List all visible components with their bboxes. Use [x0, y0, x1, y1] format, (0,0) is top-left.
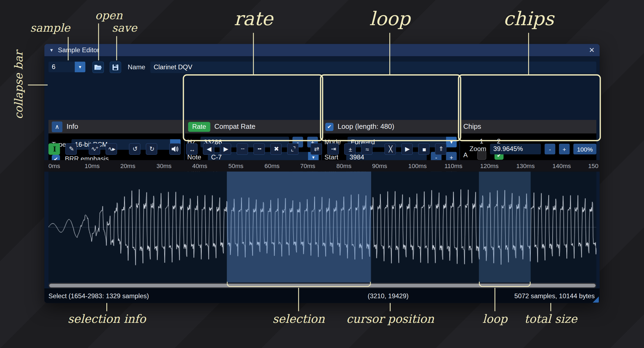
total-size-text: 5072 samples, 10144 bytes — [514, 292, 595, 300]
collapse-bar-button[interactable]: ∧ — [52, 121, 62, 132]
sample-editor-window: ▼ Sample Editor ✕ 6 ▼ Name — [44, 44, 600, 303]
name-input[interactable] — [150, 62, 596, 73]
delete-button[interactable]: ✖ — [270, 143, 282, 155]
loop-panel-title: Loop (length: 480) — [338, 123, 394, 131]
filter-button[interactable]: ≈ — [361, 143, 372, 155]
stop-button[interactable]: ■ — [418, 143, 430, 155]
annotation-line-open — [98, 23, 99, 60]
floppy-save-icon — [112, 64, 119, 71]
annotation-sample: sample — [30, 21, 70, 34]
select-tool-button[interactable]: I — [48, 143, 60, 155]
annotation-line-selection-info — [106, 303, 107, 311]
zoom-value[interactable]: 39.9645% — [490, 144, 541, 154]
close-icon[interactable]: ✕ — [589, 46, 595, 54]
chips-panel-title: Chips — [463, 123, 481, 131]
annotation-line-sample — [68, 37, 68, 60]
resize-grip[interactable] — [593, 296, 599, 303]
sign-button[interactable]: ± — [344, 143, 355, 155]
annotation-line-collapse-bar — [28, 85, 48, 86]
annotation-save: save — [112, 21, 137, 34]
annotation-selection: selection — [272, 312, 325, 326]
folder-open-icon — [94, 64, 102, 71]
ruler-label: 40ms — [192, 162, 207, 169]
titlebar[interactable]: ▼ Sample Editor ✕ — [44, 44, 600, 57]
ruler-label: 10ms — [85, 162, 100, 169]
amplify-wave-button[interactable]: ∿▸ — [106, 143, 117, 155]
volume-button[interactable] — [169, 143, 181, 155]
undo-button[interactable]: ↺ — [129, 143, 140, 155]
sample-select[interactable]: 6 ▼ — [48, 62, 86, 72]
zoom-label: Zoom — [469, 145, 486, 153]
screenshot-root: ▼ Sample Editor ✕ 6 ▼ Name — [0, 0, 644, 348]
fade-out-button[interactable]: ▶ — [220, 143, 231, 155]
annotation-loop: loop — [369, 7, 410, 29]
annotation-selection-info: selection info — [68, 312, 146, 326]
rate-panel-title: Compat Rate — [214, 123, 256, 131]
normalize-button[interactable]: ↔ — [186, 143, 197, 155]
ruler-label: 150 — [588, 162, 599, 169]
open-button[interactable] — [92, 62, 104, 73]
annotation-total-size: total size — [524, 312, 577, 326]
ruler-label: 60ms — [264, 162, 280, 169]
waveform-view[interactable] — [48, 172, 596, 283]
annotation-line-loop-marker — [495, 288, 495, 311]
preview-button[interactable]: ▶ — [401, 143, 413, 155]
check-icon: ✔ — [327, 124, 332, 130]
ruler-label: 30ms — [156, 162, 172, 169]
apply-silence-button[interactable]: ╍ — [253, 143, 265, 155]
ruler-label: 90ms — [372, 162, 387, 169]
ruler-label: 140ms — [553, 162, 571, 169]
insert-silence-button[interactable]: ╌ — [237, 143, 248, 155]
ruler-label: 70ms — [300, 162, 315, 169]
ruler-label: 80ms — [336, 162, 352, 169]
loop-region[interactable] — [479, 172, 531, 283]
loop-enable-checkbox[interactable]: ✔ — [325, 123, 334, 131]
annotation-collapse-bar: collapse bar — [12, 51, 25, 119]
fade-in-button[interactable]: ◀ — [203, 143, 214, 155]
zoom-in-button[interactable]: + — [559, 144, 570, 154]
rate-badge-button[interactable]: Rate — [188, 122, 210, 132]
annotation-line-loop — [389, 33, 390, 75]
annotation-open: open — [95, 9, 123, 22]
annotation-line-chips — [528, 33, 529, 75]
ruler-label: 20ms — [120, 162, 136, 169]
annotation-chips: chips — [503, 7, 554, 29]
selection-region[interactable] — [227, 172, 371, 283]
redo-button[interactable]: ↻ — [146, 143, 157, 155]
time-ruler: 0ms 10ms 20ms 30ms 40ms 50ms 60ms 70ms 8… — [44, 160, 600, 172]
annotation-bracket-loop — [479, 282, 531, 287]
draw-tool-button[interactable]: ✎ — [65, 143, 77, 155]
annotation-line-cursor — [390, 303, 391, 311]
annotation-loop-marker: loop — [482, 312, 507, 326]
sample-select-value: 6 — [48, 62, 75, 72]
resample-button[interactable]: ∿⁺ — [89, 143, 100, 155]
annotation-line-save — [116, 36, 117, 61]
status-bar: Select (1654-2983: 1329 samples) (3210, … — [44, 289, 600, 303]
annotation-rate: rate — [234, 7, 273, 29]
annotation-line-rate — [253, 33, 254, 75]
chevron-down-icon[interactable]: ▼ — [75, 62, 85, 72]
annotation-line-selection — [298, 288, 299, 311]
ruler-label: 50ms — [228, 162, 244, 169]
selection-info-text: Select (1654-2983: 1329 samples) — [48, 292, 149, 300]
info-panel-title: Info — [67, 123, 78, 131]
annotation-bracket-selection — [227, 282, 371, 287]
ruler-label: 110ms — [444, 162, 463, 169]
trim-button[interactable]: ⌞⌝ — [287, 143, 299, 155]
make-instrument-button[interactable]: ⇑ — [435, 143, 446, 155]
ruler-label: 120ms — [480, 162, 499, 169]
speaker-icon — [171, 146, 179, 152]
ruler-label: 0ms — [48, 162, 60, 169]
reverse-button[interactable]: ⇄ — [310, 143, 322, 155]
name-label: Name — [128, 64, 145, 71]
window-collapse-icon[interactable]: ▼ — [49, 48, 54, 52]
crossfade-button[interactable]: ╳ — [384, 143, 396, 155]
window-title: Sample Editor — [58, 46, 99, 54]
annotation-cursor-position: cursor position — [346, 312, 434, 326]
invert-button[interactable]: ⇥ — [327, 143, 339, 155]
annotation-line-total-size — [550, 303, 551, 311]
zoom-out-button[interactable]: - — [545, 144, 555, 154]
save-button[interactable] — [110, 62, 121, 73]
sample-toolbar: I ✎ ∿⁺ ∿▸ ↺ ↻ ↔ ◀ ▶ ╌ ╍ ✖ ⌞⌝ ⇄ ⇥ — [48, 143, 596, 155]
zoom-reset-button[interactable]: 100% — [573, 144, 596, 154]
